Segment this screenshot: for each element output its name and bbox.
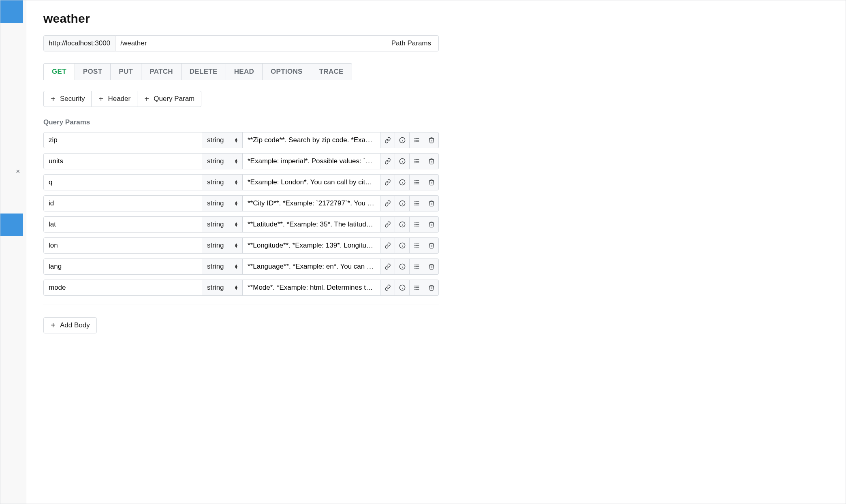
add-body-button[interactable]: + Add Body bbox=[43, 317, 97, 333]
svg-point-71 bbox=[414, 289, 415, 289]
method-tab-get[interactable]: GET bbox=[43, 63, 75, 80]
info-icon[interactable] bbox=[395, 216, 410, 233]
list-icon[interactable] bbox=[410, 280, 424, 296]
param-row: string▲▼ bbox=[43, 280, 439, 296]
method-tab-options[interactable]: OPTIONS bbox=[263, 63, 311, 80]
param-name-input[interactable] bbox=[43, 258, 202, 275]
svg-point-35 bbox=[414, 205, 415, 205]
list-icon[interactable] bbox=[410, 216, 424, 233]
base-url-chip[interactable]: http://localhost:3000 bbox=[43, 35, 115, 51]
svg-point-25 bbox=[414, 182, 415, 182]
trash-icon[interactable] bbox=[424, 237, 439, 254]
sort-icon: ▲▼ bbox=[234, 138, 238, 143]
list-icon[interactable] bbox=[410, 237, 424, 254]
info-icon[interactable] bbox=[395, 174, 410, 190]
info-icon[interactable] bbox=[395, 237, 410, 254]
info-icon[interactable] bbox=[395, 153, 410, 169]
close-icon[interactable]: × bbox=[16, 167, 20, 176]
rail-item-top[interactable] bbox=[0, 0, 23, 23]
link-icon[interactable] bbox=[380, 195, 395, 211]
list-icon[interactable] bbox=[410, 174, 424, 190]
info-icon[interactable] bbox=[395, 280, 410, 296]
list-icon[interactable] bbox=[410, 258, 424, 275]
plus-icon: + bbox=[50, 321, 56, 330]
list-icon[interactable] bbox=[410, 153, 424, 169]
trash-icon[interactable] bbox=[424, 132, 439, 148]
link-icon[interactable] bbox=[380, 258, 395, 275]
rail-item-active[interactable] bbox=[0, 214, 23, 236]
svg-point-70 bbox=[414, 287, 415, 288]
trash-icon[interactable] bbox=[424, 280, 439, 296]
param-name-input[interactable] bbox=[43, 280, 202, 296]
add-security-button[interactable]: + Security bbox=[43, 91, 92, 107]
svg-point-60 bbox=[414, 265, 415, 265]
param-name-input[interactable] bbox=[43, 237, 202, 254]
param-desc-input[interactable] bbox=[243, 216, 380, 233]
link-icon[interactable] bbox=[380, 280, 395, 296]
param-type-select[interactable]: string▲▼ bbox=[202, 153, 243, 169]
sort-icon: ▲▼ bbox=[234, 222, 238, 227]
param-type-select[interactable]: string▲▼ bbox=[202, 195, 243, 211]
sort-icon: ▲▼ bbox=[234, 180, 238, 185]
method-tab-head[interactable]: HEAD bbox=[226, 63, 263, 80]
param-name-input[interactable] bbox=[43, 153, 202, 169]
link-icon[interactable] bbox=[380, 132, 395, 148]
param-name-input[interactable] bbox=[43, 174, 202, 190]
param-name-input[interactable] bbox=[43, 195, 202, 211]
add-header-button[interactable]: + Header bbox=[92, 91, 137, 107]
trash-icon[interactable] bbox=[424, 174, 439, 190]
param-type-select[interactable]: string▲▼ bbox=[202, 174, 243, 190]
param-row: string▲▼ bbox=[43, 216, 439, 233]
url-row: http://localhost:3000 Path Params bbox=[43, 35, 439, 51]
method-tab-patch[interactable]: PATCH bbox=[141, 63, 182, 80]
param-type-select[interactable]: string▲▼ bbox=[202, 258, 243, 275]
param-type-select[interactable]: string▲▼ bbox=[202, 280, 243, 296]
info-icon[interactable] bbox=[395, 195, 410, 211]
sort-icon: ▲▼ bbox=[234, 243, 238, 248]
add-header-label: Header bbox=[108, 95, 130, 103]
svg-point-53 bbox=[414, 247, 415, 247]
trash-icon[interactable] bbox=[424, 258, 439, 275]
svg-point-33 bbox=[414, 201, 415, 202]
svg-point-51 bbox=[414, 243, 415, 244]
param-type-select[interactable]: string▲▼ bbox=[202, 237, 243, 254]
plus-icon: + bbox=[50, 94, 56, 104]
method-tabs-wrap: GETPOSTPUTPATCHDELETEHEADOPTIONSTRACE bbox=[26, 63, 846, 80]
list-icon[interactable] bbox=[410, 132, 424, 148]
link-icon[interactable] bbox=[380, 216, 395, 233]
svg-point-24 bbox=[414, 180, 415, 181]
param-desc-input[interactable] bbox=[243, 195, 380, 211]
method-tabs: GETPOSTPUTPATCHDELETEHEADOPTIONSTRACE bbox=[26, 63, 456, 80]
param-desc-input[interactable] bbox=[243, 237, 380, 254]
method-tab-put[interactable]: PUT bbox=[111, 63, 141, 80]
path-params-button[interactable]: Path Params bbox=[384, 35, 439, 51]
page-title: weather bbox=[43, 12, 439, 26]
param-type-select[interactable]: string▲▼ bbox=[202, 132, 243, 148]
separator bbox=[43, 305, 439, 305]
param-name-input[interactable] bbox=[43, 216, 202, 233]
param-desc-input[interactable] bbox=[243, 132, 380, 148]
method-tab-delete[interactable]: DELETE bbox=[182, 63, 226, 80]
method-tab-trace[interactable]: TRACE bbox=[311, 63, 352, 80]
trash-icon[interactable] bbox=[424, 195, 439, 211]
info-icon[interactable] bbox=[395, 132, 410, 148]
svg-point-34 bbox=[414, 203, 415, 203]
param-row: string▲▼ bbox=[43, 195, 439, 211]
method-tab-post[interactable]: POST bbox=[75, 63, 111, 80]
link-icon[interactable] bbox=[380, 237, 395, 254]
param-type-select[interactable]: string▲▼ bbox=[202, 216, 243, 233]
link-icon[interactable] bbox=[380, 174, 395, 190]
list-icon[interactable] bbox=[410, 195, 424, 211]
param-name-input[interactable] bbox=[43, 132, 202, 148]
add-query-param-button[interactable]: + Query Param bbox=[137, 91, 201, 107]
param-desc-input[interactable] bbox=[243, 153, 380, 169]
trash-icon[interactable] bbox=[424, 216, 439, 233]
link-icon[interactable] bbox=[380, 153, 395, 169]
trash-icon[interactable] bbox=[424, 153, 439, 169]
param-desc-input[interactable] bbox=[243, 280, 380, 296]
path-input[interactable] bbox=[115, 35, 384, 51]
param-desc-input[interactable] bbox=[243, 258, 380, 275]
param-desc-input[interactable] bbox=[243, 174, 380, 190]
info-icon[interactable] bbox=[395, 258, 410, 275]
svg-point-52 bbox=[414, 245, 415, 246]
